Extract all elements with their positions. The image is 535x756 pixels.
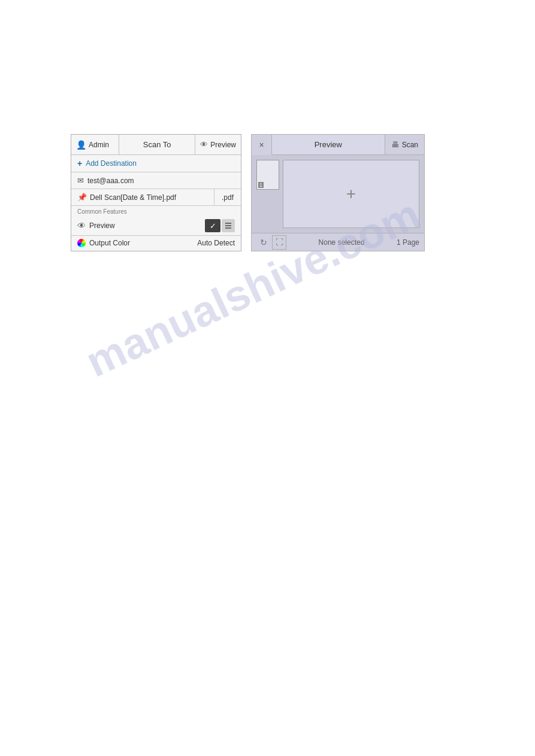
preview-footer: ↻ ⛶ None selected 1 Page: [252, 233, 424, 251]
preview-row-left: 👁 Preview: [77, 221, 205, 230]
refresh-button[interactable]: ↻: [256, 235, 271, 250]
thumbnail-area: 1: [256, 160, 279, 228]
checkmark-icon: ✓: [210, 221, 216, 230]
admin-section: 👤 Admin: [71, 135, 119, 154]
email-value: test@aaa.com: [87, 177, 134, 185]
eye-icon: 👁: [200, 140, 208, 149]
preview-feature-row: 👁 Preview ✓: [71, 216, 241, 236]
add-destination-label: Add Destination: [86, 159, 137, 168]
add-destination-icon: +: [77, 159, 82, 168]
file-extension[interactable]: .pdf: [214, 190, 241, 205]
preview-row-label: Preview: [89, 221, 115, 230]
filename-value: Dell Scan[Date & Time].pdf: [90, 193, 176, 202]
auto-detect-value: Auto Detect: [197, 239, 235, 247]
preview-body: 1 +: [252, 155, 424, 233]
preview-header-button[interactable]: 👁 Preview: [195, 135, 241, 154]
scan-to-title: Scan To: [119, 140, 195, 149]
page-count: 1 Page: [397, 238, 419, 247]
close-button[interactable]: ×: [252, 135, 272, 155]
output-color-row[interactable]: Output Color Auto Detect: [71, 236, 241, 250]
add-destination-row[interactable]: + Add Destination: [71, 155, 241, 172]
scan-to-header: 👤 Admin Scan To 👁 Preview: [71, 135, 241, 155]
filename-row: 📌 Dell Scan[Date & Time].pdf .pdf: [71, 189, 241, 206]
paperclip-icon: 📌: [77, 193, 87, 202]
color-wheel-icon: [77, 239, 86, 247]
preview-panel: × Preview 🖶 Scan 1 + ↻: [251, 134, 425, 251]
thumbnail-1[interactable]: 1: [256, 160, 279, 190]
admin-label: Admin: [89, 141, 109, 149]
output-color-label: Output Color: [89, 239, 130, 247]
add-page-icon: +: [346, 184, 356, 204]
email-row[interactable]: ✉ test@aaa.com: [71, 172, 241, 189]
selection-status: None selected: [286, 238, 397, 247]
lines-icon: [225, 223, 231, 229]
scan-button[interactable]: 🖶 Scan: [385, 135, 424, 154]
common-features-label: Common Features: [71, 206, 241, 216]
filename-section[interactable]: 📌 Dell Scan[Date & Time].pdf: [71, 189, 214, 205]
scan-to-body: + Add Destination ✉ test@aaa.com 📌 Dell …: [71, 155, 241, 250]
email-icon: ✉: [77, 176, 84, 185]
scan-button-label: Scan: [402, 141, 418, 149]
preview-lines-button[interactable]: [222, 219, 235, 232]
expand-icon: ⛶: [276, 238, 283, 247]
preview-row-controls: ✓: [205, 219, 235, 232]
preview-check-button[interactable]: ✓: [205, 219, 220, 232]
admin-icon: 👤: [76, 140, 86, 150]
close-icon: ×: [259, 140, 264, 150]
preview-eye-icon: 👁: [77, 221, 86, 230]
preview-panel-title: Preview: [272, 140, 385, 149]
preview-panel-header: × Preview 🖶 Scan: [252, 135, 424, 155]
scan-to-panel: 👤 Admin Scan To 👁 Preview + Add Destinat…: [71, 134, 241, 251]
expand-button[interactable]: ⛶: [272, 235, 286, 250]
output-color-left: Output Color: [77, 239, 197, 247]
thumbnail-page-number: 1: [258, 182, 264, 188]
scan-icon: 🖶: [391, 140, 399, 149]
main-preview-area[interactable]: +: [283, 160, 419, 228]
refresh-icon: ↻: [260, 238, 267, 247]
preview-header-label: Preview: [210, 141, 236, 149]
